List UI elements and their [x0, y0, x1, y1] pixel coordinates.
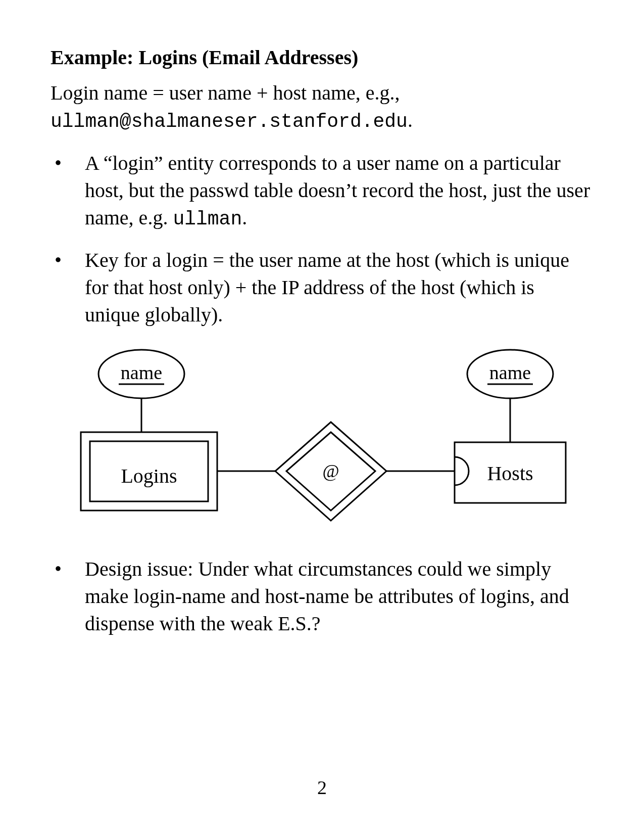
bullet-list-bottom: Design issue: Under what circumstances c…	[51, 555, 593, 637]
list-item: Key for a login = the user name at the h…	[51, 247, 593, 329]
page-title: Example: Logins (Email Addresses)	[51, 45, 593, 69]
relationship-at: @	[275, 422, 386, 521]
relationship-label: @	[322, 461, 339, 481]
bullet-list-top: A “login” entity corresponds to a user n…	[51, 150, 593, 328]
er-diagram: name name Logins @	[51, 344, 593, 538]
entity-hosts-label: Hosts	[487, 462, 533, 485]
bullet1-mono: ullman	[173, 208, 242, 230]
intro-paragraph: Login name = user name + host name, e.g.…	[51, 79, 593, 134]
attribute-left: name	[98, 350, 184, 398]
bullet2-text: Key for a login = the user name at the h…	[85, 249, 569, 326]
entity-hosts: Hosts	[455, 442, 566, 503]
intro-text: Login name = user name + host name, e.g.…	[51, 81, 400, 104]
er-diagram-svg: name name Logins @	[51, 344, 593, 536]
attr-left-label: name	[121, 362, 162, 383]
entity-logins-label: Logins	[121, 465, 177, 487]
bullet1-text-a: A “login” entity corresponds to a user n…	[85, 152, 590, 229]
bullet1-text-b: .	[242, 206, 247, 229]
rounded-arrowhead	[455, 457, 469, 485]
attr-right-label: name	[489, 362, 531, 383]
list-item: Design issue: Under what circumstances c…	[51, 555, 593, 637]
page: Example: Logins (Email Addresses) Login …	[0, 0, 644, 834]
page-number: 2	[0, 776, 644, 799]
bullet3-text: Design issue: Under what circumstances c…	[85, 558, 569, 635]
entity-logins: Logins	[81, 432, 217, 511]
attribute-right: name	[467, 350, 553, 398]
intro-period: .	[408, 109, 413, 131]
list-item: A “login” entity corresponds to a user n…	[51, 150, 593, 232]
intro-email: ullman@shalmaneser.stanford.edu	[51, 111, 408, 132]
